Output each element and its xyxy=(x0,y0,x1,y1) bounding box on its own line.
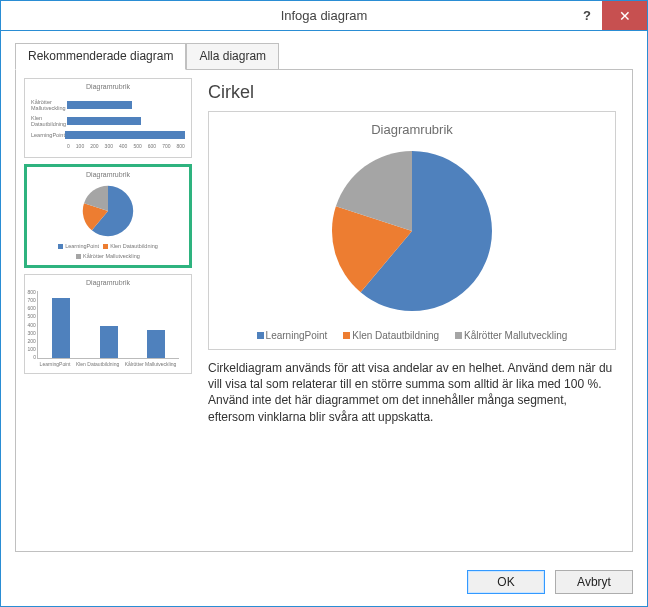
cancel-button[interactable]: Avbryt xyxy=(555,570,633,594)
thumb-title: Diagramrubrik xyxy=(86,279,130,286)
thumb-hbar-axis: 0100200300400500600700800 xyxy=(31,143,185,149)
chart-title: Diagramrubrik xyxy=(217,122,607,137)
thumb-vbar-area: 8007006005004003002001000 xyxy=(37,291,179,359)
chart-thumbnails: Diagramrubrik Kålrötter Mallutveckling K… xyxy=(24,78,192,543)
dialog-insert-chart: Infoga diagram ? ✕ Rekommenderade diagra… xyxy=(0,0,648,607)
preview-chart-card[interactable]: Diagramrubrik LearningPoint Klen Datautb… xyxy=(208,111,616,350)
thumb-bar-vertical[interactable]: Diagramrubrik 8007006005004003002001000 xyxy=(24,274,192,374)
thumb-pie[interactable]: Diagramrubrik LearningPoint Klen Datautb… xyxy=(24,164,192,268)
dialog-body: Rekommenderade diagram Alla diagram Diag… xyxy=(1,31,647,560)
tab-all[interactable]: Alla diagram xyxy=(186,43,279,69)
window-title: Infoga diagram xyxy=(1,8,647,23)
tab-recommended[interactable]: Rekommenderade diagram xyxy=(15,43,186,70)
chart-description: Cirkeldiagram används för att visa andel… xyxy=(208,360,616,425)
thumb-pie-legend: LearningPoint Klen Datautbildning Kålröt… xyxy=(31,243,185,259)
thumb-title: Diagramrubrik xyxy=(86,171,130,178)
ok-button[interactable]: OK xyxy=(467,570,545,594)
thumb-bar-horizontal[interactable]: Diagramrubrik Kålrötter Mallutveckling K… xyxy=(24,78,192,158)
pie-chart xyxy=(217,141,607,321)
preview-heading: Cirkel xyxy=(208,82,616,103)
dialog-footer: OK Avbryt xyxy=(1,560,647,606)
titlebar: Infoga diagram ? ✕ xyxy=(1,1,647,31)
thumb-hbar-area: Kålrötter Mallutveckling Klen Datautbild… xyxy=(29,93,187,151)
chart-preview: Cirkel Diagramrubrik LearningPoint Klen … xyxy=(200,78,624,543)
tabs: Rekommenderade diagram Alla diagram xyxy=(15,43,633,70)
tab-content: Diagramrubrik Kålrötter Mallutveckling K… xyxy=(15,69,633,552)
pie-icon xyxy=(74,183,142,239)
thumb-title: Diagramrubrik xyxy=(86,83,130,90)
chart-legend: LearningPoint Klen Datautbildning Kålröt… xyxy=(217,330,607,341)
